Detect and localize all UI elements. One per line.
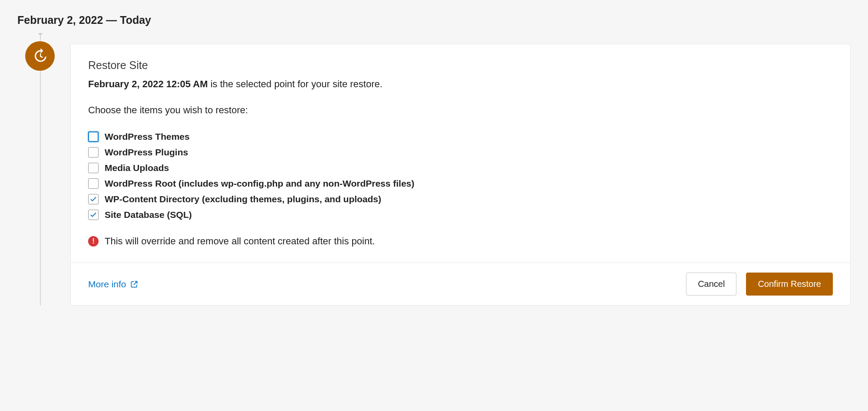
timeline-line [40, 33, 41, 306]
more-info-link[interactable]: More info [88, 279, 139, 289]
restore-option-checkbox[interactable] [88, 163, 99, 173]
warning-text: This will override and remove all conten… [105, 236, 375, 247]
restore-option-label: Site Database (SQL) [105, 210, 192, 220]
warning-icon: ! [88, 236, 99, 247]
restore-option-row: WordPress Root (includes wp-config.php a… [88, 176, 833, 191]
restore-option-label: WordPress Themes [105, 132, 190, 142]
history-icon [25, 41, 55, 71]
restore-options-list: WordPress ThemesWordPress PluginsMedia U… [88, 129, 833, 223]
restore-option-label: Media Uploads [105, 163, 169, 173]
restore-option-row: Site Database (SQL) [88, 207, 833, 223]
restore-card: Restore Site February 2, 2022 12:05 AM i… [70, 44, 851, 306]
restore-option-checkbox[interactable] [88, 178, 99, 189]
restore-option-row: WordPress Plugins [88, 145, 833, 160]
restore-option-label: WordPress Root (includes wp-config.php a… [105, 178, 414, 189]
external-link-icon [130, 280, 139, 289]
timeline-date-header: February 2, 2022 — Today [17, 14, 851, 26]
card-title: Restore Site [88, 59, 833, 72]
restore-option-label: WP-Content Directory (excluding themes, … [105, 194, 381, 204]
restore-option-checkbox[interactable] [88, 147, 99, 158]
more-info-label: More info [88, 279, 126, 289]
restore-timestamp-line: February 2, 2022 12:05 AM is the selecte… [88, 79, 833, 90]
timeline-tick [39, 33, 42, 34]
restore-option-checkbox[interactable] [88, 210, 99, 220]
cancel-button[interactable]: Cancel [686, 273, 736, 296]
restore-option-label: WordPress Plugins [105, 147, 188, 158]
restore-instruction: Choose the items you wish to restore: [88, 105, 833, 116]
restore-option-row: WordPress Themes [88, 129, 833, 145]
restore-option-checkbox[interactable] [88, 132, 99, 142]
restore-timestamp-rest: is the selected point for your site rest… [208, 79, 383, 89]
restore-option-row: WP-Content Directory (excluding themes, … [88, 191, 833, 207]
warning-row: ! This will override and remove all cont… [88, 236, 833, 247]
restore-option-row: Media Uploads [88, 160, 833, 176]
confirm-restore-button[interactable]: Confirm Restore [746, 273, 833, 296]
restore-timestamp: February 2, 2022 12:05 AM [88, 79, 208, 89]
restore-option-checkbox[interactable] [88, 194, 99, 204]
